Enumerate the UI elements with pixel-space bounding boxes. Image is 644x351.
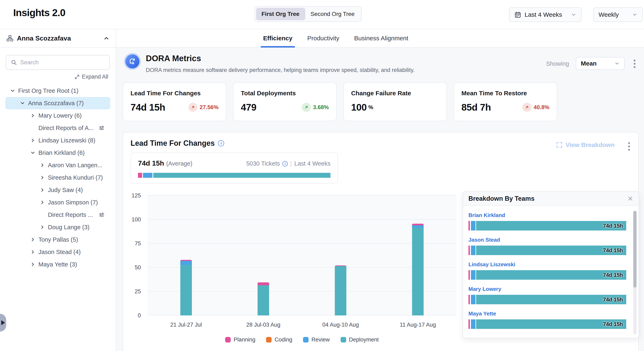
- chevron-right-icon[interactable]: [39, 186, 46, 193]
- trend-up-icon: [188, 103, 198, 112]
- calendar-icon: [514, 11, 521, 18]
- trend-up-icon: [302, 103, 311, 112]
- chevron-right-icon[interactable]: [29, 236, 36, 243]
- view-breakdown-button[interactable]: View Breakdown: [556, 141, 615, 148]
- metric-title: Lead Time For Changes: [130, 90, 218, 97]
- sidebar-drawer-handle[interactable]: [0, 314, 6, 331]
- team-link[interactable]: Maya Yette: [468, 310, 496, 317]
- chevron-spacer: [29, 124, 36, 132]
- sidebar-user-name: Anna Scozzafava: [17, 35, 103, 42]
- meta-divider: |: [290, 160, 292, 167]
- legend-item-review: Review: [303, 336, 330, 343]
- team-bar: 74d 15h: [468, 295, 626, 304]
- chevron-down-icon[interactable]: [9, 87, 16, 94]
- sidebar-item-aaron-van-langen[interactable]: Aaron Van Langen...: [5, 159, 110, 171]
- team-link[interactable]: Brian Kirkland: [468, 212, 505, 218]
- search-input[interactable]: [20, 59, 105, 66]
- dora-title: DORA Metrics: [146, 54, 201, 63]
- section-title-row: Lead Time For Changes i: [130, 139, 224, 148]
- showing-value: Mean: [581, 60, 597, 67]
- sidebar-item-mary-lowery-6[interactable]: Mary Lowery (6): [5, 109, 110, 122]
- showing-select[interactable]: Mean: [576, 57, 624, 70]
- arrow-right-icon: [1, 320, 5, 325]
- team-link[interactable]: Jason Stead: [468, 237, 500, 243]
- sidebar-item-maya-yette-3[interactable]: Maya Yette (3): [5, 258, 110, 271]
- search-icon: [11, 59, 17, 66]
- bar-segment-review: [180, 261, 192, 265]
- sidebar-item-direct-reports[interactable]: Direct Reports ...: [5, 209, 110, 221]
- main-tabs: EfficiencyProductivityBusiness Alignment: [116, 29, 644, 48]
- chevron-right-icon[interactable]: [29, 137, 36, 144]
- trend-delta: 40.8%: [534, 104, 550, 111]
- chevron-right-icon[interactable]: [39, 199, 46, 206]
- dora-menu-icon[interactable]: [634, 60, 636, 68]
- info-icon[interactable]: i: [282, 161, 288, 166]
- tab-productivity[interactable]: Productivity: [306, 29, 340, 47]
- team-row-mary-lowery: Mary Lowery74d 15h: [468, 286, 626, 304]
- team-bar-segment: [468, 221, 470, 230]
- sidebar-item-direct-reports-of-a[interactable]: Direct Reports of A...: [5, 122, 110, 134]
- team-bar-segment: [468, 270, 470, 280]
- info-icon[interactable]: i: [218, 140, 224, 146]
- dora-description: DORA metrics measure software delivery p…: [146, 67, 415, 73]
- tree-item-label: Aaron Van Langen...: [48, 162, 102, 169]
- bar-segment-deployment: [335, 266, 346, 315]
- chart-menu-icon[interactable]: [628, 142, 630, 151]
- sidebar-item-anna-scozzafava-7[interactable]: Anna Scozzafava (7): [5, 97, 110, 109]
- metric-value: 479: [241, 102, 256, 113]
- chevron-right-icon[interactable]: [29, 112, 36, 119]
- bar-segment-deployment: [258, 285, 269, 315]
- sidebar-item-jason-simpson-7[interactable]: Jason Simpson (7): [5, 196, 110, 209]
- org-sidebar: Anna Scozzafava Expand All First Org Tre…: [0, 29, 116, 351]
- sidebar-item-judy-saw-4[interactable]: Judy Saw (4): [5, 184, 110, 196]
- toggle-second-org-tree[interactable]: Second Org Tree: [305, 8, 360, 20]
- chevron-right-icon[interactable]: [39, 162, 46, 169]
- breakdown-scrollbar: [633, 211, 636, 334]
- chevron-down-icon[interactable]: [19, 100, 26, 107]
- y-axis-tick: 125: [132, 192, 141, 199]
- sidebar-item-brian-kirkland-6[interactable]: Brian Kirkland (6): [5, 147, 110, 159]
- tickets-count: 5030 Tickets: [246, 160, 280, 167]
- metric-cards: Lead Time For Changes74d 15h27.56%Total …: [123, 82, 557, 121]
- top-bar: Insights 2.0 First Org Tree Second Org T…: [0, 0, 644, 29]
- sidebar-item-doug-lange-3[interactable]: Doug Lange (3): [5, 221, 110, 233]
- chevron-right-icon[interactable]: [39, 224, 46, 231]
- sidebar-item-jason-stead-4[interactable]: Jason Stead (4): [5, 246, 110, 258]
- main-area: EfficiencyProductivityBusiness Alignment…: [116, 29, 644, 351]
- tab-efficiency[interactable]: Efficiency: [262, 29, 293, 47]
- bar-segment-deployment: [180, 265, 192, 315]
- expand-all-button[interactable]: Expand All: [0, 74, 108, 80]
- filter-settings-icon[interactable]: [98, 125, 105, 131]
- scrollbar-thumb[interactable]: [633, 211, 636, 287]
- bar-11-aug-17-aug[interactable]: [412, 224, 424, 316]
- bar-28-jul-03-aug[interactable]: [258, 282, 269, 315]
- average-value: 74d 15h: [138, 159, 164, 167]
- chevron-right-icon[interactable]: [29, 261, 36, 268]
- sidebar-item-sireesha-kunduri-7[interactable]: Sireesha Kunduri (7): [5, 171, 110, 184]
- breakdown-team-list: Brian Kirkland74d 15hJason Stead74d 15hL…: [463, 206, 639, 329]
- granularity-select[interactable]: Weekly: [593, 8, 643, 22]
- tree-item-label: Jason Simpson (7): [48, 199, 98, 206]
- sidebar-item-tony-pallas-5[interactable]: Tony Pallas (5): [5, 233, 110, 246]
- bar-21-jul-27-jul[interactable]: [180, 260, 192, 315]
- x-axis: 21 Jul-27 Jul28 Jul-03 Aug04 Aug-10 Aug1…: [148, 322, 456, 330]
- tree-item-label: Mary Lowery (6): [38, 112, 82, 119]
- team-link[interactable]: Lindsay Liszewski: [468, 261, 515, 268]
- date-range-select[interactable]: Last 4 Weeks: [509, 8, 582, 22]
- filter-settings-icon[interactable]: [98, 211, 105, 218]
- team-link[interactable]: Mary Lowery: [468, 286, 501, 292]
- legend-item-planning: Planning: [225, 336, 255, 343]
- tab-business-alignment[interactable]: Business Alignment: [354, 29, 409, 47]
- toggle-first-org-tree[interactable]: First Org Tree: [256, 8, 305, 20]
- y-axis-tick: 50: [135, 264, 141, 271]
- average-card: 74d 15h (Average) 5030 Tickets i | Last …: [130, 153, 338, 184]
- close-icon[interactable]: ✕: [628, 195, 634, 202]
- sidebar-item-lindsay-liszewski-8[interactable]: Lindsay Liszewski (8): [5, 134, 110, 147]
- chart-plot-area: [148, 196, 456, 315]
- sidebar-item-first-org-tree-root-1[interactable]: First Org Tree Root (1): [5, 85, 110, 97]
- chevron-right-icon[interactable]: [29, 248, 36, 255]
- chevron-down-icon[interactable]: [29, 149, 36, 156]
- chevron-up-icon[interactable]: [103, 35, 110, 41]
- chevron-right-icon[interactable]: [39, 174, 46, 181]
- bar-04-aug-10-aug[interactable]: [335, 265, 346, 315]
